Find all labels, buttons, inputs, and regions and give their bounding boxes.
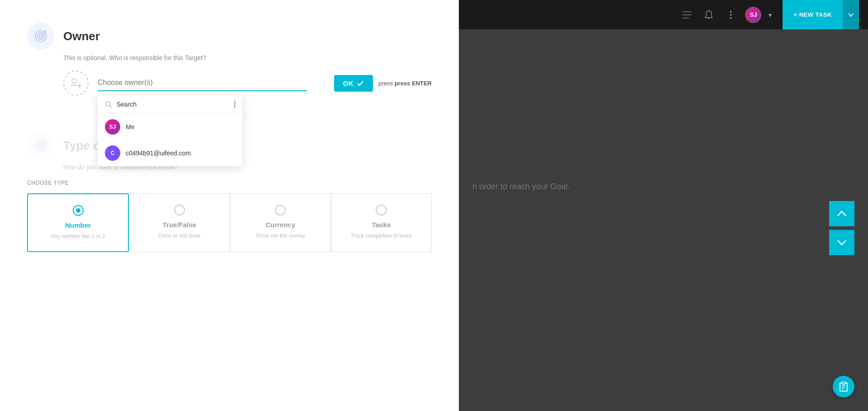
more-options-icon[interactable] (723, 8, 738, 22)
text-cursor (235, 101, 235, 108)
tasks-radio-icon (376, 205, 387, 215)
currency-card-name: Currency (265, 221, 295, 229)
svg-point-22 (730, 14, 731, 16)
svg-point-13 (39, 144, 42, 147)
chevron-up-icon (837, 210, 847, 217)
press-label: press (378, 80, 394, 87)
clipboard-icon (839, 382, 849, 392)
target-icon (34, 29, 47, 43)
dropdown-search-input[interactable] (117, 101, 230, 108)
type-icon-circle (27, 132, 54, 159)
avatar-sj: SJ (105, 119, 120, 135)
owner-title: Owner (63, 29, 100, 43)
new-task-dropdown-button[interactable] (843, 0, 859, 29)
owner-input-area: SJ Me C c0494b91@uifeed.com OK (63, 70, 432, 96)
new-task-chevron-icon (848, 13, 854, 17)
svg-line-10 (110, 106, 112, 107)
currency-card-desc: Show me the money (255, 232, 305, 240)
hamburger-icon (683, 11, 692, 19)
number-card-name: Number (65, 221, 91, 229)
fab-button[interactable] (833, 376, 854, 397)
number-radio-icon (73, 205, 84, 216)
owner-section: Owner This is optional. Who is responsib… (27, 23, 432, 96)
menu-lines-icon[interactable] (680, 8, 694, 22)
left-panel: Owner This is optional. Who is responsib… (0, 0, 459, 411)
svg-point-23 (730, 17, 731, 19)
check-icon (357, 79, 364, 87)
svg-point-2 (39, 35, 42, 38)
number-card-desc: Any number like 1 or 2 (51, 233, 105, 240)
enter-label: press ENTER (395, 80, 432, 87)
ok-label: OK (343, 79, 354, 87)
dropdown-item-me-label: Me (126, 123, 134, 131)
choose-type-label: Choose type (27, 180, 432, 186)
owner-section-header: Owner (27, 23, 432, 50)
type-target-icon (34, 139, 47, 152)
truefalse-card-name: True/False (163, 221, 196, 229)
truefalse-radio-icon (174, 205, 185, 215)
ok-area: OK press press ENTER (334, 75, 432, 92)
scroll-arrows (829, 201, 854, 255)
svg-point-6 (72, 79, 76, 83)
svg-point-9 (106, 102, 110, 106)
owner-input-container: SJ Me C c0494b91@uifeed.com (98, 75, 307, 91)
tasks-card-desc: Track completion of tasks (351, 232, 412, 240)
new-task-area: + NEW TASK (783, 0, 859, 29)
people-plus-icon (70, 77, 82, 89)
right-body-text: n order to reach your Goal. (472, 182, 570, 191)
svg-rect-17 (683, 11, 692, 12)
right-header: ✕ SJ ▾ (459, 0, 868, 29)
type-card-tasks[interactable]: Tasks Track completion of tasks (331, 193, 432, 252)
svg-point-12 (38, 142, 44, 149)
user-avatar[interactable]: SJ (745, 7, 761, 23)
svg-rect-19 (683, 18, 689, 19)
svg-point-1 (38, 33, 44, 40)
type-cards: Number Any number like 1 or 2 True/False… (27, 193, 432, 252)
bell-icon (704, 10, 713, 20)
vertical-dots-icon (730, 10, 732, 19)
owner-subtitle: This is optional. Who is responsible for… (63, 54, 432, 61)
svg-rect-28 (842, 382, 845, 384)
dropdown-item-c-label: c0494b91@uifeed.com (126, 149, 191, 157)
form-content: Owner This is optional. Who is responsib… (0, 0, 459, 293)
svg-rect-18 (683, 14, 692, 15)
type-card-number[interactable]: Number Any number like 1 or 2 (27, 193, 129, 252)
owner-text-input[interactable] (98, 75, 307, 91)
dropdown-item-c[interactable]: C c0494b91@uifeed.com (98, 140, 242, 166)
avatar-dropdown-chevron[interactable]: ▾ (769, 11, 772, 19)
choose-type-container: Choose type Number Any number like 1 or … (27, 180, 432, 252)
dropdown-search-row (98, 95, 242, 114)
new-task-button[interactable]: + NEW TASK (783, 0, 843, 29)
tasks-card-name: Tasks (372, 221, 391, 229)
scroll-down-button[interactable] (829, 230, 854, 255)
dropdown-item-me[interactable]: SJ Me (98, 114, 242, 140)
truefalse-card-desc: Done or not done (159, 232, 201, 240)
chevron-down-icon (837, 239, 847, 246)
search-icon (105, 101, 112, 108)
ok-button[interactable]: OK (334, 75, 373, 92)
svg-point-21 (730, 11, 731, 13)
press-enter-text: press press ENTER (378, 80, 432, 87)
avatar-c: C (105, 145, 120, 161)
notification-icon[interactable] (702, 8, 716, 22)
type-card-truefalse[interactable]: True/False Done or not done (129, 193, 230, 252)
owner-icon-circle (27, 23, 54, 50)
scroll-up-button[interactable] (829, 201, 854, 226)
currency-radio-icon (275, 205, 286, 215)
add-owner-icon-btn[interactable] (63, 70, 89, 96)
right-body: n order to reach your Goal. (459, 29, 868, 411)
owner-dropdown: SJ Me C c0494b91@uifeed.com (98, 95, 242, 166)
type-card-currency[interactable]: Currency Show me the money (230, 193, 331, 252)
right-panel: ✕ SJ ▾ (459, 0, 868, 411)
